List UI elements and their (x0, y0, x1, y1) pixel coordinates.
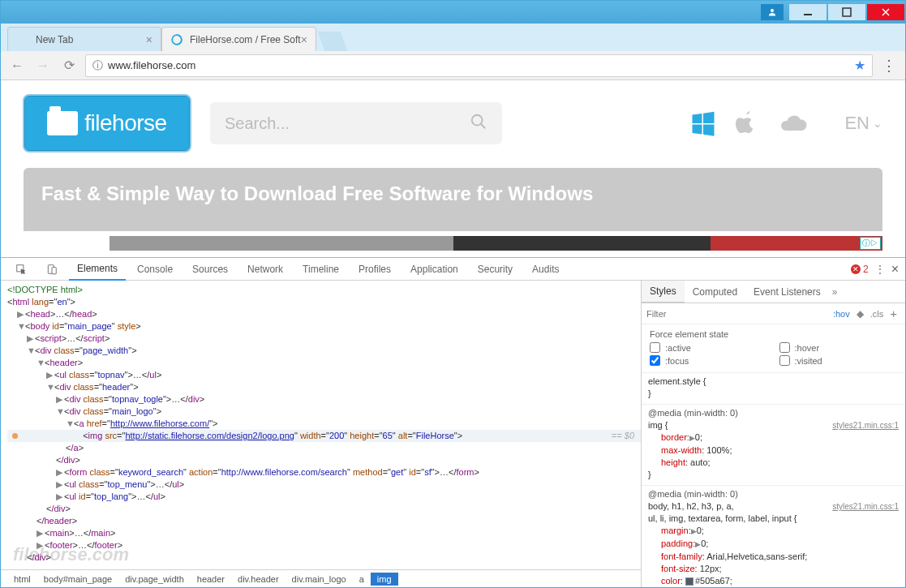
styles-filter-input[interactable] (646, 309, 830, 319)
styles-tabs: Styles Computed Event Listeners » (642, 281, 905, 303)
devtools-tab-console[interactable]: Console (129, 258, 181, 281)
url-text: www.filehorse.com (108, 59, 854, 71)
platform-switcher (689, 109, 805, 138)
tab-new-tab[interactable]: New Tab × (7, 27, 161, 51)
language-selector[interactable]: EN ⌄ (844, 113, 882, 134)
devtools-close-button[interactable]: × (891, 262, 899, 277)
back-button[interactable]: ← (7, 56, 27, 75)
banner-headline: Fast & Simple Way to Download Free Softw… (41, 182, 593, 204)
inspector-icon[interactable]: ◆ (853, 308, 867, 320)
tab-filehorse[interactable]: FileHorse.com / Free Soft × (161, 27, 316, 51)
chevron-down-icon: ⌄ (873, 117, 882, 130)
styles-filter-row: :hov ◆ .cls + (642, 303, 905, 324)
pseudo-hover[interactable]: :hover (779, 342, 898, 353)
devtools-tab-elements[interactable]: Elements (69, 258, 126, 281)
breadcrumb-item[interactable]: html (7, 573, 37, 586)
bookmark-star-icon[interactable]: ★ (854, 58, 865, 73)
user-icon[interactable] (761, 4, 784, 20)
reload-button[interactable]: ⟳ (59, 56, 79, 75)
svg-rect-8 (52, 267, 56, 273)
address-bar: ← → ⟳ ⓘ www.filehorse.com ★ ⋮ (1, 51, 905, 80)
site-logo[interactable]: filehorse (24, 95, 191, 152)
search-icon[interactable] (470, 113, 487, 135)
adchoices-icon[interactable]: ⓘ▷ (860, 237, 881, 250)
close-button[interactable] (867, 4, 904, 20)
force-element-state: Force element state :active :hover :focu… (642, 324, 905, 373)
url-input[interactable]: ⓘ www.filehorse.com ★ (85, 54, 873, 77)
devtools-tab-audits[interactable]: Audits (524, 258, 567, 281)
cls-toggle[interactable]: .cls (867, 309, 887, 319)
svg-point-0 (771, 9, 774, 12)
styles-tab-styles[interactable]: Styles (642, 281, 685, 303)
elements-panel: <!DOCTYPE html> <html lang="en"> ▶<head>… (1, 281, 642, 587)
logo-text: filehorse (84, 110, 166, 136)
page-icon (16, 33, 29, 46)
cloud-icon[interactable] (776, 109, 805, 138)
new-style-button[interactable]: + (887, 307, 900, 320)
devtools-tab-sources[interactable]: Sources (184, 258, 236, 281)
pseudo-active[interactable]: :active (650, 342, 768, 353)
error-count-badge[interactable]: ✕2 (851, 264, 869, 275)
new-tab-button[interactable] (318, 32, 348, 51)
pseudo-focus[interactable]: :focus (650, 355, 768, 366)
tab-title: FileHorse.com / Free Soft (190, 34, 301, 45)
styles-rules[interactable]: element.style {} @media (min-width: 0) s… (642, 373, 905, 587)
devtools-tab-application[interactable]: Application (402, 258, 466, 281)
window-titlebar (1, 1, 905, 24)
breadcrumb-item[interactable]: div.header (231, 573, 286, 586)
devtools-menu-button[interactable]: ⋮ (875, 264, 885, 275)
search-input[interactable]: Search... (210, 102, 502, 144)
devtools-tab-profiles[interactable]: Profiles (350, 258, 399, 281)
devtools-tab-security[interactable]: Security (470, 258, 521, 281)
inspect-button[interactable] (7, 258, 35, 281)
devtools-panel: Elements Console Sources Network Timelin… (1, 257, 905, 587)
tab-title: New Tab (36, 34, 73, 45)
site-info-icon[interactable]: ⓘ (92, 58, 103, 73)
hero-banner: Fast & Simple Way to Download Free Softw… (24, 168, 882, 231)
breadcrumb-item[interactable]: a (353, 573, 371, 586)
minimize-button[interactable] (789, 4, 827, 20)
more-tabs-icon[interactable]: » (832, 286, 838, 298)
force-state-title: Force element state (650, 329, 897, 339)
styles-tab-computed[interactable]: Computed (685, 281, 745, 303)
breadcrumb-item[interactable]: div.main_logo (286, 573, 353, 586)
windows-icon[interactable] (689, 109, 718, 138)
devtools-tab-timeline[interactable]: Timeline (294, 258, 347, 281)
devtools-toolbar: Elements Console Sources Network Timelin… (1, 258, 905, 281)
pseudo-visited[interactable]: :visited (779, 355, 898, 366)
folder-icon (47, 111, 78, 135)
search-placeholder: Search... (225, 114, 470, 133)
favicon-icon (170, 33, 183, 46)
devtools-tab-network[interactable]: Network (239, 258, 291, 281)
ad-banner[interactable]: ⓘ▷ (24, 236, 882, 251)
browser-tabstrip: New Tab × FileHorse.com / Free Soft × (1, 24, 905, 51)
dom-breadcrumb[interactable]: html body#main_page div.page_width heade… (1, 569, 641, 587)
breadcrumb-item[interactable]: header (191, 573, 231, 586)
styles-tab-eventlisteners[interactable]: Event Listeners (745, 281, 829, 303)
svg-line-5 (481, 123, 486, 128)
close-icon[interactable]: × (301, 33, 307, 46)
browser-menu-button[interactable]: ⋮ (879, 56, 899, 75)
device-toggle-button[interactable] (38, 258, 66, 281)
dom-tree[interactable]: <!DOCTYPE html> <html lang="en"> ▶<head>… (1, 281, 641, 569)
maximize-button[interactable] (828, 4, 865, 20)
lang-label: EN (844, 113, 870, 134)
breadcrumb-item[interactable]: body#main_page (37, 573, 118, 586)
breadcrumb-item[interactable]: div.page_width (118, 573, 191, 586)
styles-panel: Styles Computed Event Listeners » :hov ◆… (642, 281, 905, 587)
svg-rect-2 (843, 8, 851, 16)
svg-point-4 (472, 114, 483, 125)
hov-toggle[interactable]: :hov (830, 309, 853, 319)
page-viewport: filehorse Search... EN ⌄ Fast & Simple W… (1, 80, 905, 257)
close-icon[interactable]: × (146, 33, 152, 46)
forward-button[interactable]: → (33, 56, 53, 75)
svg-rect-1 (804, 14, 812, 15)
breadcrumb-item-selected[interactable]: img (371, 573, 398, 586)
apple-icon[interactable] (732, 109, 762, 138)
